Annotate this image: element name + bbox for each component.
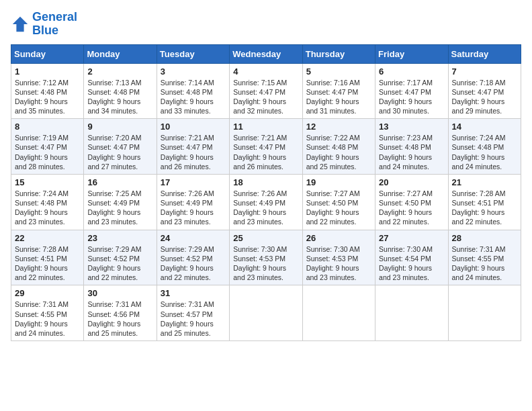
day-number: 27 (379, 233, 444, 243)
day-info: Sunrise: 7:28 AMSunset: 4:51 PMDaylight:… (15, 244, 80, 283)
day-number: 10 (161, 122, 226, 132)
logo-icon (11, 15, 30, 34)
calendar-cell: 28Sunrise: 7:31 AMSunset: 4:55 PMDayligh… (448, 230, 521, 285)
day-number: 20 (379, 177, 444, 187)
day-number: 2 (87, 66, 152, 77)
calendar-cell: 10Sunrise: 7:21 AMSunset: 4:47 PMDayligh… (157, 119, 229, 175)
day-info: Sunrise: 7:19 AMSunset: 4:47 PMDaylight:… (15, 133, 80, 171)
day-info: Sunrise: 7:30 AMSunset: 4:53 PMDaylight:… (233, 244, 298, 283)
calendar-cell: 3Sunrise: 7:14 AMSunset: 4:48 PMDaylight… (157, 63, 229, 119)
calendar-cell: 17Sunrise: 7:26 AMSunset: 4:49 PMDayligh… (157, 174, 229, 230)
day-number: 5 (306, 66, 371, 77)
day-number: 18 (233, 177, 298, 187)
calendar-cell: 7Sunrise: 7:18 AMSunset: 4:47 PMDaylight… (448, 63, 521, 119)
calendar-table: SundayMondayTuesdayWednesdayThursdayFrid… (11, 44, 521, 341)
calendar-cell: 15Sunrise: 7:24 AMSunset: 4:48 PMDayligh… (11, 174, 84, 230)
logo: General Blue (11, 11, 77, 38)
calendar-cell: 18Sunrise: 7:26 AMSunset: 4:49 PMDayligh… (230, 174, 302, 230)
calendar-week-2: 8Sunrise: 7:19 AMSunset: 4:47 PMDaylight… (11, 119, 521, 175)
calendar-header-wednesday: Wednesday (230, 44, 302, 63)
day-info: Sunrise: 7:20 AMSunset: 4:47 PMDaylight:… (87, 133, 152, 171)
day-info: Sunrise: 7:21 AMSunset: 4:47 PMDaylight:… (233, 133, 298, 171)
day-info: Sunrise: 7:26 AMSunset: 4:49 PMDaylight:… (161, 189, 226, 227)
calendar-week-1: 1Sunrise: 7:12 AMSunset: 4:48 PMDaylight… (11, 63, 521, 119)
day-number: 8 (15, 122, 80, 132)
day-number: 30 (87, 288, 152, 298)
day-info: Sunrise: 7:13 AMSunset: 4:48 PMDaylight:… (87, 78, 152, 116)
calendar-cell: 19Sunrise: 7:27 AMSunset: 4:50 PMDayligh… (302, 174, 375, 230)
day-number: 11 (233, 122, 298, 132)
day-info: Sunrise: 7:29 AMSunset: 4:52 PMDaylight:… (161, 244, 226, 283)
calendar-header-row: SundayMondayTuesdayWednesdayThursdayFrid… (11, 44, 521, 63)
logo-text: General Blue (32, 11, 77, 38)
day-number: 1 (15, 66, 80, 77)
svg-marker-0 (13, 17, 28, 32)
calendar-cell: 4Sunrise: 7:15 AMSunset: 4:47 PMDaylight… (230, 63, 302, 119)
calendar-header-monday: Monday (84, 44, 157, 63)
calendar-cell (230, 285, 302, 341)
day-info: Sunrise: 7:16 AMSunset: 4:47 PMDaylight:… (306, 78, 371, 116)
day-number: 7 (452, 66, 517, 77)
day-number: 17 (161, 177, 226, 187)
day-info: Sunrise: 7:15 AMSunset: 4:47 PMDaylight:… (233, 78, 298, 116)
day-info: Sunrise: 7:24 AMSunset: 4:48 PMDaylight:… (452, 133, 517, 171)
day-number: 26 (306, 233, 371, 243)
calendar-cell: 22Sunrise: 7:28 AMSunset: 4:51 PMDayligh… (11, 230, 84, 285)
day-info: Sunrise: 7:21 AMSunset: 4:47 PMDaylight:… (161, 133, 226, 171)
day-info: Sunrise: 7:31 AMSunset: 4:55 PMDaylight:… (15, 300, 80, 338)
calendar-week-5: 29Sunrise: 7:31 AMSunset: 4:55 PMDayligh… (11, 285, 521, 341)
calendar-cell: 21Sunrise: 7:28 AMSunset: 4:51 PMDayligh… (448, 174, 521, 230)
calendar-body: 1Sunrise: 7:12 AMSunset: 4:48 PMDaylight… (11, 63, 521, 340)
calendar-cell: 27Sunrise: 7:30 AMSunset: 4:54 PMDayligh… (375, 230, 448, 285)
day-number: 28 (452, 233, 517, 243)
day-number: 13 (379, 122, 444, 132)
day-number: 19 (306, 177, 371, 187)
day-info: Sunrise: 7:12 AMSunset: 4:48 PMDaylight:… (15, 78, 80, 116)
calendar-cell: 14Sunrise: 7:24 AMSunset: 4:48 PMDayligh… (448, 119, 521, 175)
day-info: Sunrise: 7:17 AMSunset: 4:47 PMDaylight:… (379, 78, 444, 116)
calendar-cell: 25Sunrise: 7:30 AMSunset: 4:53 PMDayligh… (230, 230, 302, 285)
calendar-cell: 5Sunrise: 7:16 AMSunset: 4:47 PMDaylight… (302, 63, 375, 119)
day-number: 14 (452, 122, 517, 132)
day-number: 16 (87, 177, 152, 187)
calendar-cell: 30Sunrise: 7:31 AMSunset: 4:56 PMDayligh… (84, 285, 157, 341)
day-number: 31 (161, 288, 226, 298)
calendar-cell: 1Sunrise: 7:12 AMSunset: 4:48 PMDaylight… (11, 63, 84, 119)
calendar-cell: 9Sunrise: 7:20 AMSunset: 4:47 PMDaylight… (84, 119, 157, 175)
calendar-cell: 2Sunrise: 7:13 AMSunset: 4:48 PMDaylight… (84, 63, 157, 119)
day-info: Sunrise: 7:31 AMSunset: 4:55 PMDaylight:… (452, 244, 517, 283)
day-number: 22 (15, 233, 80, 243)
day-info: Sunrise: 7:22 AMSunset: 4:48 PMDaylight:… (306, 133, 371, 171)
day-info: Sunrise: 7:24 AMSunset: 4:48 PMDaylight:… (15, 189, 80, 227)
calendar-cell: 29Sunrise: 7:31 AMSunset: 4:55 PMDayligh… (11, 285, 84, 341)
calendar-cell (302, 285, 375, 341)
day-number: 29 (15, 288, 80, 298)
day-info: Sunrise: 7:29 AMSunset: 4:52 PMDaylight:… (87, 244, 152, 283)
calendar-cell (448, 285, 521, 341)
calendar-cell: 31Sunrise: 7:31 AMSunset: 4:57 PMDayligh… (157, 285, 229, 341)
day-info: Sunrise: 7:28 AMSunset: 4:51 PMDaylight:… (452, 189, 517, 227)
calendar-week-4: 22Sunrise: 7:28 AMSunset: 4:51 PMDayligh… (11, 230, 521, 285)
day-info: Sunrise: 7:26 AMSunset: 4:49 PMDaylight:… (233, 189, 298, 227)
day-info: Sunrise: 7:27 AMSunset: 4:50 PMDaylight:… (379, 189, 444, 227)
day-info: Sunrise: 7:27 AMSunset: 4:50 PMDaylight:… (306, 189, 371, 227)
day-info: Sunrise: 7:30 AMSunset: 4:53 PMDaylight:… (306, 244, 371, 283)
day-info: Sunrise: 7:18 AMSunset: 4:47 PMDaylight:… (452, 78, 517, 116)
day-number: 12 (306, 122, 371, 132)
day-number: 15 (15, 177, 80, 187)
day-number: 4 (233, 66, 298, 77)
calendar-cell: 23Sunrise: 7:29 AMSunset: 4:52 PMDayligh… (84, 230, 157, 285)
calendar-header-tuesday: Tuesday (157, 44, 229, 63)
day-number: 9 (87, 122, 152, 132)
calendar-cell: 6Sunrise: 7:17 AMSunset: 4:47 PMDaylight… (375, 63, 448, 119)
calendar-cell: 12Sunrise: 7:22 AMSunset: 4:48 PMDayligh… (302, 119, 375, 175)
day-info: Sunrise: 7:31 AMSunset: 4:57 PMDaylight:… (161, 300, 226, 338)
day-number: 3 (161, 66, 226, 77)
day-info: Sunrise: 7:23 AMSunset: 4:48 PMDaylight:… (379, 133, 444, 171)
day-info: Sunrise: 7:31 AMSunset: 4:56 PMDaylight:… (87, 300, 152, 338)
day-number: 24 (161, 233, 226, 243)
calendar-week-3: 15Sunrise: 7:24 AMSunset: 4:48 PMDayligh… (11, 174, 521, 230)
calendar-cell: 24Sunrise: 7:29 AMSunset: 4:52 PMDayligh… (157, 230, 229, 285)
day-number: 6 (379, 66, 444, 77)
calendar-header-thursday: Thursday (302, 44, 375, 63)
